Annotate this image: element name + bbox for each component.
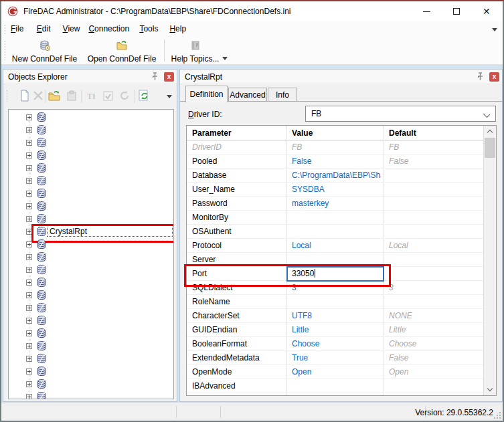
scrollbar-thumb[interactable]	[485, 138, 495, 158]
rename-icon[interactable]: TI	[85, 89, 98, 102]
minimize-button[interactable]	[412, 1, 442, 21]
apply-icon[interactable]	[101, 89, 114, 102]
tree-item-label[interactable]: CrystalRpt	[47, 225, 173, 237]
grid-row[interactable]: Password masterkey	[187, 197, 483, 211]
expand-plus-icon[interactable]	[26, 178, 32, 184]
grid-row[interactable]: OSAuthent	[187, 225, 483, 239]
param-name-cell[interactable]: DriverID	[192, 142, 284, 152]
grid-row[interactable]: Pooled False False	[187, 154, 483, 169]
tree-row[interactable]	[9, 314, 173, 327]
tree-row[interactable]	[9, 340, 173, 352]
help-topics-button[interactable]: Help Topics...	[170, 38, 220, 64]
grid-row[interactable]: Protocol Local Local	[187, 239, 483, 253]
param-name-cell[interactable]: Password	[192, 199, 284, 208]
param-value-cell[interactable]: Choose	[292, 339, 381, 348]
tree-row[interactable]	[9, 365, 173, 378]
tree-row[interactable]	[9, 175, 173, 187]
new-connection-icon[interactable]	[18, 89, 31, 102]
tree-row[interactable]	[9, 187, 173, 200]
param-name-cell[interactable]: Pooled	[192, 156, 284, 166]
new-conndef-file-button[interactable]: New ConnDef File	[9, 38, 80, 64]
param-value-cell[interactable]: Open	[292, 367, 381, 377]
param-value-cell[interactable]: C:\ProgramData\EBP\Shar	[292, 171, 381, 180]
param-value-cell[interactable]: True	[292, 353, 381, 362]
grid-row[interactable]: GUIDEndian Little Little	[187, 323, 483, 337]
panel-close-button[interactable]: x	[489, 72, 499, 82]
grid-vertical-scrollbar[interactable]	[483, 126, 496, 395]
param-name-cell[interactable]: User_Name	[192, 185, 284, 194]
grid-row[interactable]: RoleName	[187, 295, 483, 309]
tree-row[interactable]	[9, 352, 173, 365]
expand-plus-icon[interactable]	[26, 229, 32, 235]
tree-row[interactable]	[9, 238, 173, 251]
tree-row[interactable]	[9, 251, 173, 263]
menubar-overflow-icon[interactable]	[492, 28, 497, 31]
driver-id-combobox[interactable]: FB	[305, 106, 496, 122]
tree-row[interactable]	[9, 327, 173, 340]
expand-plus-icon[interactable]	[26, 305, 32, 311]
menu-edit[interactable]: Edit	[35, 24, 52, 33]
expand-plus-icon[interactable]	[26, 254, 32, 260]
open-conndef-file-button[interactable]: Open ConnDef File	[85, 38, 159, 64]
help-topics-dropdown-icon[interactable]	[222, 57, 228, 60]
expand-plus-icon[interactable]	[26, 381, 32, 387]
param-value-cell[interactable]: UTF8	[292, 311, 381, 320]
revert-icon[interactable]	[118, 89, 131, 102]
grid-row[interactable]: OpenMode Open Open	[187, 365, 483, 379]
save-icon[interactable]	[65, 89, 78, 102]
expand-plus-icon[interactable]	[26, 216, 32, 222]
toolbar-grip[interactable]	[4, 40, 6, 60]
expand-plus-icon[interactable]	[26, 318, 32, 324]
tree-row[interactable]	[9, 124, 173, 136]
param-name-cell[interactable]: SQLDialect	[192, 283, 284, 292]
close-button[interactable]: ✕	[472, 1, 502, 21]
tree-row[interactable]	[9, 149, 173, 162]
oe-toolbar-grip[interactable]	[6, 90, 8, 102]
tree-row[interactable]	[9, 200, 173, 213]
param-name-cell[interactable]: GUIDEndian	[192, 325, 284, 334]
tree-row[interactable]	[9, 111, 173, 124]
param-name-cell[interactable]: Protocol	[192, 241, 284, 250]
grid-row[interactable]: Server	[187, 253, 483, 267]
column-parameter[interactable]: Parameter	[192, 128, 232, 138]
grid-row[interactable]: CharacterSet UTF8 NONE	[187, 309, 483, 323]
tab-definition[interactable]: Definition	[185, 86, 228, 102]
column-default[interactable]: Default	[389, 128, 416, 138]
grid-row[interactable]: DriverID FB FB	[187, 140, 483, 154]
tree-row[interactable]	[9, 136, 173, 149]
expand-plus-icon[interactable]	[26, 394, 32, 399]
maximize-button[interactable]	[442, 1, 472, 21]
tree-row[interactable]	[9, 302, 173, 314]
expand-plus-icon[interactable]	[26, 191, 32, 197]
param-name-cell[interactable]: OSAuthent	[192, 227, 284, 236]
expand-plus-icon[interactable]	[26, 203, 32, 209]
tree-row[interactable]	[9, 263, 173, 276]
param-value-cell[interactable]: False	[292, 156, 381, 166]
expand-plus-icon[interactable]	[26, 241, 32, 247]
expand-plus-icon[interactable]	[26, 330, 32, 336]
tree-row[interactable]	[9, 289, 173, 302]
expand-plus-icon[interactable]	[26, 280, 32, 286]
scroll-down-button[interactable]	[484, 384, 497, 395]
param-name-cell[interactable]: Server	[192, 255, 284, 264]
tab-advanced[interactable]: Advanced	[228, 88, 267, 102]
param-value-cell[interactable]: FB	[292, 142, 381, 152]
inline-value-editor[interactable]: 33050	[286, 266, 384, 282]
tree-row[interactable]	[9, 213, 173, 225]
grid-row[interactable]: SQLDialect 3 3	[187, 281, 483, 295]
grid-row[interactable]: BooleanFormat Choose Choose	[187, 337, 483, 351]
expand-plus-icon[interactable]	[26, 356, 32, 362]
grid-row[interactable]: IBAdvanced	[187, 379, 483, 393]
tree-row[interactable]	[9, 276, 173, 289]
column-value[interactable]: Value	[292, 128, 313, 138]
param-value-cell[interactable]: Local	[292, 241, 381, 250]
tree-row[interactable]	[9, 378, 173, 391]
expand-plus-icon[interactable]	[26, 267, 32, 273]
param-value-cell[interactable]: 3	[292, 283, 381, 292]
menu-file[interactable]: File	[9, 24, 25, 33]
param-name-cell[interactable]: Port	[192, 269, 284, 278]
param-value-cell[interactable]: Little	[292, 325, 381, 334]
param-name-cell[interactable]: OpenMode	[192, 367, 284, 377]
panel-close-button[interactable]: x	[164, 72, 174, 82]
param-name-cell[interactable]: IBAdvanced	[192, 381, 284, 391]
